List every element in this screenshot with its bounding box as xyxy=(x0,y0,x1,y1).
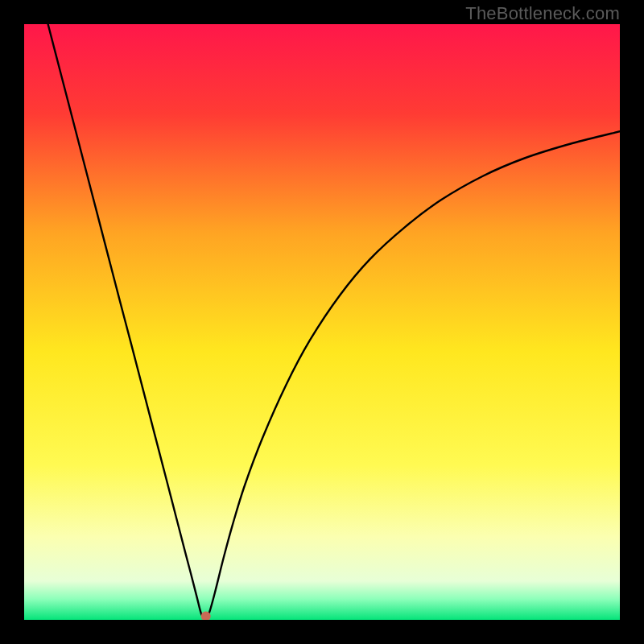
bottleneck-chart xyxy=(24,24,620,620)
watermark-text: TheBottleneck.com xyxy=(465,3,620,24)
chart-frame xyxy=(24,24,620,620)
